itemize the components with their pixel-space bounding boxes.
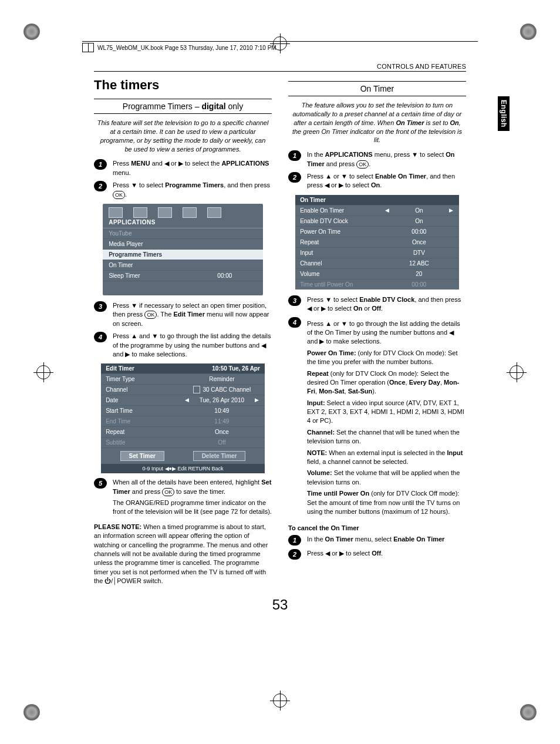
delete-timer-button: Delete Timer [193, 451, 246, 461]
channel-icon [193, 386, 201, 393]
step-3: 3 Press ▼ to select Enable DTV Clock, an… [288, 295, 466, 314]
osd-row: Volume20 [295, 268, 459, 279]
osd-row: Date◀Tue, 26 Apr 2010▶ [101, 395, 265, 405]
tab-icon [109, 207, 123, 218]
osd-row: YouTube [103, 228, 263, 239]
osd-edit-timer: Edit Timer 10:50 Tue, 26 Apr Timer TypeR… [101, 363, 265, 473]
step-1: 1 Press MENU and ◀ or ▶ to select the AP… [94, 159, 272, 177]
osd-titlebar: Edit Timer 10:50 Tue, 26 Apr [101, 363, 265, 373]
tab-icon [183, 207, 197, 218]
running-header: CONTROLS AND FEATURES [35, 63, 466, 70]
page: WL75_WebOM_UK.book Page 53 Thursday, Jun… [0, 0, 560, 744]
osd-row: Enable On Timer◀On▶ [295, 205, 459, 216]
osd-row: Media Player [103, 239, 263, 250]
tab-icon [158, 207, 172, 218]
registration-mark-icon [273, 36, 287, 51]
step-badge: 2 [94, 181, 107, 191]
registration-mark-icon [510, 365, 524, 379]
step-body: Press ▼ to select Programme Timers, and … [113, 181, 272, 199]
osd-row: Channel12 ABC [295, 258, 459, 268]
step-body: Press ▲ and ▼ to go through the list add… [113, 332, 272, 359]
step-3: 3 Press ▼ if necessary to select an open… [94, 301, 272, 328]
osd-row: Enable DTV ClockOn [295, 216, 459, 226]
left-column: The timers Programme Timers – digital on… [94, 75, 272, 588]
step-body: When all of the details have been entere… [113, 478, 272, 519]
step-badge: 1 [288, 535, 301, 546]
step-body: Press ▼ if necessary to select an open t… [113, 301, 272, 328]
cancel-step-1: 1 In the On Timer menu, select Enable On… [288, 535, 466, 546]
step-body: Press ▲ or ▼ to select Enable On Timer, … [307, 172, 466, 190]
step-body: In the On Timer menu, select Enable On T… [307, 535, 466, 546]
step-4: 4 Press ▲ or ▼ to go through the list ad… [288, 317, 466, 519]
content-columns: The timers Programme Timers – digital on… [94, 75, 466, 588]
crop-mark-icon [520, 23, 537, 40]
osd-row: InputDTV [295, 247, 459, 258]
section-head-text: Programme Timers – [123, 102, 202, 111]
step-1: 1 In the APPLICATIONS menu, press ▼ to s… [288, 150, 466, 169]
section-head-on-timer: On Timer [288, 81, 466, 96]
please-note: PLEASE NOTE: When a timed programme is a… [94, 523, 272, 586]
step-body: Press ▲ or ▼ to go through the list addi… [307, 317, 466, 519]
right-arrow-icon: ▶ [449, 207, 453, 213]
step-badge: 2 [288, 549, 301, 560]
right-column: On Timer The feature allows you to set t… [288, 75, 466, 588]
language-tab: English [498, 96, 510, 131]
registration-mark-icon [36, 365, 50, 379]
left-arrow-icon: ◀ [385, 207, 389, 213]
osd-button-row: Set Timer Delete Timer [101, 447, 265, 464]
osd-titlebar: On Timer [295, 195, 459, 205]
ok-icon: OK [162, 488, 174, 496]
intro-text: This feature will set the television to … [96, 119, 269, 153]
step-5: 5 When all of the details have been ente… [94, 478, 272, 519]
section-head-programme-timers: Programme Timers – digital only [94, 99, 272, 114]
osd-footer: 0-9 Input ◀●▶ Edit RETURN Back [101, 464, 265, 473]
registration-mark-icon [273, 693, 287, 708]
step-badge: 1 [288, 150, 301, 161]
osd-row: Power On Time00:00 [295, 226, 459, 237]
section-head-suffix: only [226, 102, 244, 111]
ok-icon: OK [356, 160, 369, 169]
osd-row: Start Time10:49 [101, 405, 265, 416]
book-icon [82, 43, 94, 52]
osd-row: Time until Power On00:00 [295, 279, 459, 289]
header-rule [94, 71, 466, 72]
book-meta-text: WL75_WebOM_UK.book Page 53 Thursday, Jun… [97, 45, 276, 51]
tab-icon [133, 207, 147, 218]
step-body: In the APPLICATIONS menu, press ▼ to sel… [307, 150, 466, 169]
step-4: 4 Press ▲ and ▼ to go through the list a… [94, 332, 272, 359]
osd-row: SubtitleOff [101, 437, 265, 447]
set-timer-button: Set Timer [120, 451, 164, 461]
osd-tabs [103, 204, 263, 219]
ok-icon: OK [144, 311, 157, 319]
crop-mark-icon [520, 704, 537, 721]
step-2: 2 Press ▲ or ▼ to select Enable On Timer… [288, 172, 466, 190]
section-head-bold: digital [201, 102, 225, 111]
step-badge: 5 [94, 478, 107, 489]
cancel-step-2: 2 Press ◀ or ▶ to select Off. [288, 549, 466, 560]
step-badge: 3 [94, 301, 107, 312]
cancel-heading: To cancel the On Timer [288, 524, 466, 531]
osd-row-selected: Programme Timers [103, 250, 263, 260]
step-badge: 4 [288, 317, 301, 328]
right-arrow-icon: ▶ [255, 397, 259, 403]
left-arrow-icon: ◀ [185, 397, 189, 403]
step-2: 2 Press ▼ to select Programme Timers, an… [94, 181, 272, 199]
osd-row: Channel 30 CABC Channel [101, 384, 265, 395]
step-body: Press ◀ or ▶ to select Off. [307, 549, 466, 560]
osd-row: Timer TypeReminder [101, 373, 265, 384]
ok-icon: OK [113, 191, 125, 199]
osd-row: End Time11:49 [101, 416, 265, 426]
page-title: The timers [94, 78, 272, 93]
osd-applications-menu: APPLICATIONS YouTube Media Player Progra… [103, 204, 263, 295]
osd-heading: APPLICATIONS [103, 219, 263, 228]
crop-mark-icon [23, 23, 40, 40]
step-body: Press MENU and ◀ or ▶ to select the APPL… [113, 159, 272, 177]
osd-row: RepeatOnce [101, 426, 265, 437]
step-badge: 2 [288, 172, 301, 183]
tab-icon [207, 207, 221, 218]
osd-row: On Timer [103, 260, 263, 271]
step-body: Press ▼ to select Enable DTV Clock, and … [307, 295, 466, 314]
step-badge: 3 [288, 295, 301, 306]
step-badge: 1 [94, 159, 107, 170]
osd-on-timer: On Timer Enable On Timer◀On▶ Enable DTV … [295, 195, 459, 289]
